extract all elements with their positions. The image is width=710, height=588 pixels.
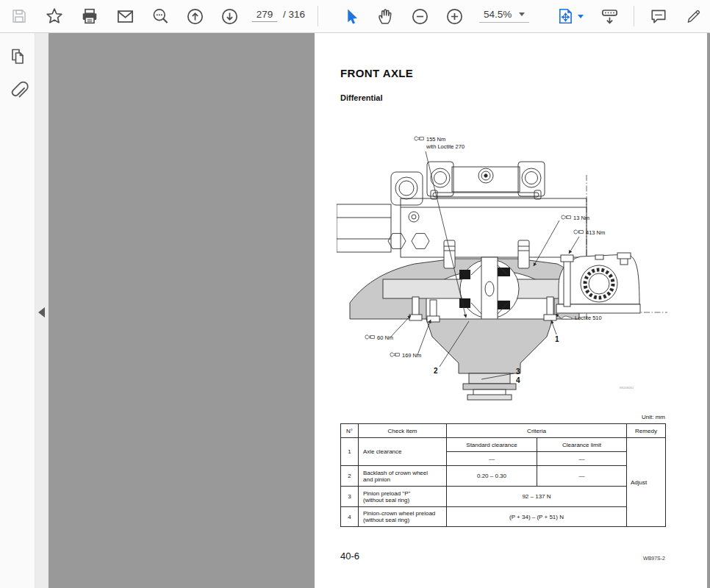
table-cell-item: Backlash of crown wheel and pinion bbox=[359, 466, 447, 487]
footer-doc-code: WB97S-2 bbox=[340, 556, 665, 561]
search-icon bbox=[151, 7, 170, 26]
page-number-field[interactable]: 279/ 316 bbox=[252, 9, 305, 22]
select-tool-button[interactable] bbox=[341, 7, 360, 26]
table-header-no: N° bbox=[341, 424, 359, 438]
paperclip-icon bbox=[8, 81, 29, 101]
save-icon bbox=[11, 8, 27, 24]
wrench-icon bbox=[365, 335, 375, 339]
table-cell-no: 3 bbox=[341, 487, 359, 507]
page-thumbnails-button[interactable] bbox=[7, 46, 29, 68]
ref-number-2: 2 bbox=[434, 367, 438, 375]
toolbar: 279/ 316 54.5% bbox=[0, 0, 710, 33]
wrench-icon bbox=[574, 230, 584, 234]
star-icon bbox=[46, 7, 63, 25]
fit-page-icon bbox=[557, 7, 575, 25]
item-line-1: Pinion-crown wheel preload bbox=[363, 510, 443, 517]
minus-circle-icon bbox=[411, 7, 429, 26]
page-separator: / bbox=[283, 9, 286, 20]
zoom-out-button[interactable] bbox=[410, 7, 429, 26]
next-page-button[interactable] bbox=[220, 7, 239, 26]
table-cell-standard: — bbox=[447, 452, 537, 466]
panel-divider-strip bbox=[35, 33, 49, 588]
item-line-1: Backlash of crown wheel bbox=[363, 470, 443, 476]
page-subtitle: Differential bbox=[340, 93, 382, 102]
previous-page-button[interactable] bbox=[185, 7, 204, 26]
pages-icon bbox=[8, 46, 29, 67]
wrench-icon bbox=[415, 137, 424, 140]
hand-tool-button[interactable] bbox=[376, 7, 395, 26]
diagram-linework bbox=[337, 151, 667, 400]
left-panel-rail bbox=[0, 33, 35, 588]
table-cell-item: Pinion preload "P" (without seal ring) bbox=[359, 487, 447, 507]
table-cell-value: 92 – 137 N bbox=[447, 487, 627, 507]
callout-torque-169: 169 Nm bbox=[402, 352, 421, 359]
toolbar-divider bbox=[634, 6, 634, 26]
table-header-check-item: Check item bbox=[359, 424, 447, 438]
table-cell-value: (P + 34) – (P + 51) N bbox=[447, 507, 627, 527]
item-line-2: (without seal ring) bbox=[363, 517, 443, 523]
ref-number-1: 1 bbox=[555, 335, 559, 343]
item-line-1: Pinion preload "P" bbox=[363, 490, 443, 497]
fit-page-button[interactable] bbox=[556, 7, 575, 26]
total-pages: 316 bbox=[289, 9, 306, 20]
table-cell-no: 4 bbox=[341, 507, 359, 527]
page-down-icon bbox=[220, 7, 239, 26]
table-cell-item: Axle clearance bbox=[359, 438, 447, 466]
table-cell-limit: — bbox=[537, 466, 627, 487]
unit-label: Unit: mm bbox=[340, 414, 665, 420]
scroll-mode-button[interactable] bbox=[600, 7, 619, 26]
email-button[interactable] bbox=[115, 7, 135, 26]
table-subheader-limit: Clearance limit bbox=[537, 438, 627, 452]
callout-torque-155: 155 Nm bbox=[426, 136, 445, 143]
pencil-icon bbox=[685, 7, 703, 25]
figure-code: RKZ08261 bbox=[620, 386, 634, 390]
fit-page-chevron-icon[interactable] bbox=[578, 15, 584, 18]
table-cell-limit: — bbox=[537, 452, 627, 466]
scroll-mode-icon bbox=[600, 7, 619, 26]
zoom-level-value: 54.5% bbox=[484, 9, 512, 20]
attachments-button[interactable] bbox=[7, 80, 29, 102]
page-title: FRONT AXLE bbox=[340, 67, 413, 79]
zoom-in-button[interactable] bbox=[445, 7, 464, 26]
page-up-icon bbox=[186, 7, 204, 26]
item-line-2: (without seal ring) bbox=[363, 497, 443, 503]
comment-icon bbox=[650, 7, 667, 25]
app-body: FRONT AXLE Differential bbox=[0, 33, 710, 588]
table-cell-standard: 0.20 – 0.30 bbox=[447, 466, 537, 487]
print-icon bbox=[81, 7, 98, 25]
differential-diagram: 155 Nm with Loctite 270 13 Nm 413 Nm Loc… bbox=[337, 131, 667, 403]
collapse-panel-arrow[interactable] bbox=[38, 307, 45, 318]
document-canvas[interactable]: FRONT AXLE Differential bbox=[49, 33, 710, 588]
draw-button[interactable] bbox=[684, 7, 703, 26]
pdf-page: FRONT AXLE Differential bbox=[315, 33, 707, 588]
bookmark-button[interactable] bbox=[45, 7, 64, 26]
ref-number-4: 4 bbox=[516, 376, 520, 384]
print-button[interactable] bbox=[80, 7, 99, 26]
table-cell-item: Pinion-crown wheel preload (without seal… bbox=[359, 507, 447, 527]
ref-number-3: 3 bbox=[516, 368, 520, 376]
callout-torque-13: 13 Nm bbox=[573, 215, 589, 221]
chevron-down-icon bbox=[519, 12, 525, 16]
table-cell-no: 2 bbox=[341, 466, 359, 487]
callout-loctite-510: Loctite 510 bbox=[575, 315, 602, 321]
plus-circle-icon bbox=[445, 7, 464, 26]
toolbar-divider bbox=[318, 6, 318, 26]
callout-torque-155-sub: with Loctite 270 bbox=[426, 143, 465, 150]
table-subheader-standard: Standard clearance bbox=[447, 438, 537, 452]
criteria-table: N° Check item Criteria Remedy 1 Axle cle… bbox=[340, 423, 666, 527]
wrench-icon bbox=[562, 215, 571, 219]
current-page-input[interactable]: 279 bbox=[252, 9, 277, 22]
hand-icon bbox=[376, 7, 394, 25]
cursor-icon bbox=[343, 8, 359, 25]
envelope-icon bbox=[116, 7, 135, 26]
table-header-criteria: Criteria bbox=[447, 424, 627, 438]
table-cell-remedy: Adjust bbox=[627, 438, 666, 527]
comment-button[interactable] bbox=[649, 7, 668, 26]
search-button[interactable] bbox=[151, 7, 170, 26]
save-button[interactable] bbox=[10, 7, 29, 26]
zoom-level-dropdown[interactable]: 54.5% bbox=[479, 9, 529, 23]
callout-torque-60: 60 Nm bbox=[377, 334, 393, 341]
table-header-remedy: Remedy bbox=[627, 424, 666, 438]
wrench-icon bbox=[390, 353, 400, 356]
item-line-2: and pinion bbox=[363, 476, 443, 483]
